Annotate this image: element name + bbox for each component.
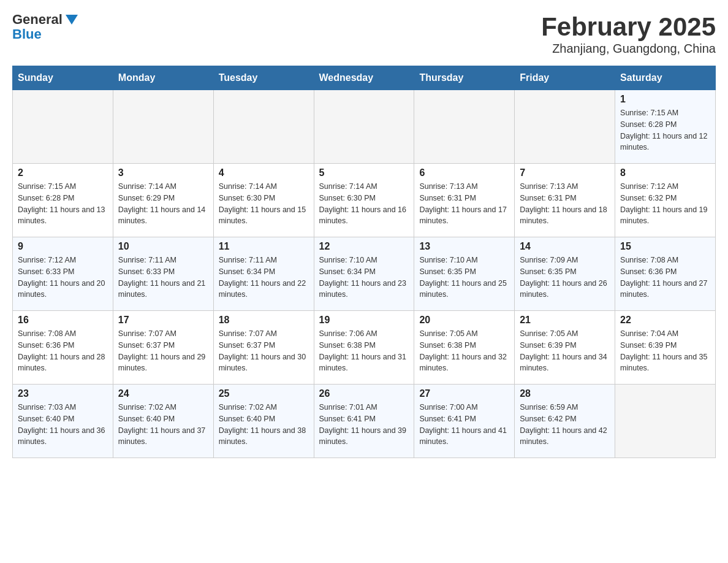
- calendar-week-4: 16Sunrise: 7:08 AM Sunset: 6:36 PM Dayli…: [13, 311, 716, 385]
- day-info: Sunrise: 7:10 AM Sunset: 6:34 PM Dayligh…: [319, 255, 409, 301]
- day-info: Sunrise: 7:14 AM Sunset: 6:29 PM Dayligh…: [118, 181, 208, 227]
- logo-blue-text: Blue: [12, 26, 42, 42]
- calendar-week-1: 1Sunrise: 7:15 AM Sunset: 6:28 PM Daylig…: [13, 90, 716, 164]
- day-info: Sunrise: 7:15 AM Sunset: 6:28 PM Dayligh…: [620, 107, 710, 153]
- day-number: 12: [319, 241, 409, 252]
- day-number: 18: [219, 315, 309, 326]
- calendar-cell-w2-d5: 7Sunrise: 7:13 AM Sunset: 6:31 PM Daylig…: [515, 164, 615, 237]
- header-tuesday: Tuesday: [213, 66, 314, 90]
- day-info: Sunrise: 7:03 AM Sunset: 6:40 PM Dayligh…: [18, 402, 108, 448]
- day-number: 13: [419, 241, 509, 252]
- day-number: 27: [419, 388, 509, 399]
- header-thursday: Thursday: [414, 66, 515, 90]
- day-number: 7: [520, 167, 610, 178]
- calendar-cell-w2-d4: 6Sunrise: 7:13 AM Sunset: 6:31 PM Daylig…: [414, 164, 515, 237]
- day-info: Sunrise: 7:14 AM Sunset: 6:30 PM Dayligh…: [319, 181, 409, 227]
- calendar-cell-w2-d1: 3Sunrise: 7:14 AM Sunset: 6:29 PM Daylig…: [113, 164, 213, 237]
- day-number: 26: [319, 388, 409, 399]
- day-number: 10: [118, 241, 208, 252]
- day-info: Sunrise: 7:12 AM Sunset: 6:33 PM Dayligh…: [18, 255, 108, 301]
- day-number: 20: [419, 315, 509, 326]
- calendar-header: Sunday Monday Tuesday Wednesday Thursday…: [13, 66, 716, 90]
- calendar-cell-w3-d6: 15Sunrise: 7:08 AM Sunset: 6:36 PM Dayli…: [615, 237, 716, 311]
- day-info: Sunrise: 7:14 AM Sunset: 6:30 PM Dayligh…: [219, 181, 309, 227]
- calendar-cell-w5-d6: [615, 385, 716, 458]
- weekday-header-row: Sunday Monday Tuesday Wednesday Thursday…: [13, 66, 716, 90]
- day-info: Sunrise: 7:11 AM Sunset: 6:34 PM Dayligh…: [219, 255, 309, 301]
- calendar-cell-w4-d3: 19Sunrise: 7:06 AM Sunset: 6:38 PM Dayli…: [314, 311, 414, 385]
- day-info: Sunrise: 7:05 AM Sunset: 6:38 PM Dayligh…: [419, 328, 509, 374]
- logo-general-text: General: [12, 12, 63, 27]
- calendar-cell-w3-d4: 13Sunrise: 7:10 AM Sunset: 6:35 PM Dayli…: [414, 237, 515, 311]
- calendar-week-5: 23Sunrise: 7:03 AM Sunset: 6:40 PM Dayli…: [13, 385, 716, 458]
- logo[interactable]: General Blue: [12, 12, 78, 42]
- calendar-cell-w1-d4: [414, 90, 515, 164]
- calendar-cell-w1-d3: [314, 90, 414, 164]
- calendar-week-3: 9Sunrise: 7:12 AM Sunset: 6:33 PM Daylig…: [13, 237, 716, 311]
- day-number: 17: [118, 315, 208, 326]
- calendar-cell-w5-d2: 25Sunrise: 7:02 AM Sunset: 6:40 PM Dayli…: [213, 385, 314, 458]
- day-info: Sunrise: 7:02 AM Sunset: 6:40 PM Dayligh…: [219, 402, 309, 448]
- calendar-cell-w5-d1: 24Sunrise: 7:02 AM Sunset: 6:40 PM Dayli…: [113, 385, 213, 458]
- calendar-cell-w1-d5: [515, 90, 615, 164]
- day-number: 19: [319, 315, 409, 326]
- calendar-cell-w2-d2: 4Sunrise: 7:14 AM Sunset: 6:30 PM Daylig…: [213, 164, 314, 237]
- calendar-cell-w1-d6: 1Sunrise: 7:15 AM Sunset: 6:28 PM Daylig…: [615, 90, 716, 164]
- day-number: 21: [520, 315, 610, 326]
- header-monday: Monday: [113, 66, 213, 90]
- day-number: 9: [18, 241, 108, 252]
- header-wednesday: Wednesday: [314, 66, 414, 90]
- day-number: 5: [319, 167, 409, 178]
- day-number: 28: [520, 388, 610, 399]
- day-number: 16: [18, 315, 108, 326]
- calendar-cell-w4-d2: 18Sunrise: 7:07 AM Sunset: 6:37 PM Dayli…: [213, 311, 314, 385]
- day-info: Sunrise: 7:05 AM Sunset: 6:39 PM Dayligh…: [520, 328, 610, 374]
- day-info: Sunrise: 7:01 AM Sunset: 6:41 PM Dayligh…: [319, 402, 409, 448]
- calendar-cell-w1-d2: [213, 90, 314, 164]
- day-number: 11: [219, 241, 309, 252]
- calendar-week-2: 2Sunrise: 7:15 AM Sunset: 6:28 PM Daylig…: [13, 164, 716, 237]
- day-number: 1: [620, 94, 710, 105]
- day-info: Sunrise: 7:08 AM Sunset: 6:36 PM Dayligh…: [620, 255, 710, 301]
- logo-triangle-icon: [66, 15, 78, 25]
- calendar-body: 1Sunrise: 7:15 AM Sunset: 6:28 PM Daylig…: [13, 90, 716, 458]
- calendar-table: Sunday Monday Tuesday Wednesday Thursday…: [12, 66, 716, 458]
- day-info: Sunrise: 7:00 AM Sunset: 6:41 PM Dayligh…: [419, 402, 509, 448]
- day-info: Sunrise: 7:07 AM Sunset: 6:37 PM Dayligh…: [219, 328, 309, 374]
- day-info: Sunrise: 7:13 AM Sunset: 6:31 PM Dayligh…: [419, 181, 509, 227]
- day-info: Sunrise: 7:12 AM Sunset: 6:32 PM Dayligh…: [620, 181, 710, 227]
- header-sunday: Sunday: [13, 66, 113, 90]
- calendar-cell-w5-d5: 28Sunrise: 6:59 AM Sunset: 6:42 PM Dayli…: [515, 385, 615, 458]
- title-block: February 2025 Zhanjiang, Guangdong, Chin…: [541, 12, 716, 56]
- day-number: 4: [219, 167, 309, 178]
- day-info: Sunrise: 7:07 AM Sunset: 6:37 PM Dayligh…: [118, 328, 208, 374]
- day-number: 2: [18, 167, 108, 178]
- day-info: Sunrise: 7:06 AM Sunset: 6:38 PM Dayligh…: [319, 328, 409, 374]
- calendar-cell-w2-d3: 5Sunrise: 7:14 AM Sunset: 6:30 PM Daylig…: [314, 164, 414, 237]
- day-number: 24: [118, 388, 208, 399]
- day-number: 22: [620, 315, 710, 326]
- calendar-cell-w4-d0: 16Sunrise: 7:08 AM Sunset: 6:36 PM Dayli…: [13, 311, 113, 385]
- header-saturday: Saturday: [615, 66, 716, 90]
- calendar-cell-w3-d1: 10Sunrise: 7:11 AM Sunset: 6:33 PM Dayli…: [113, 237, 213, 311]
- calendar-cell-w3-d2: 11Sunrise: 7:11 AM Sunset: 6:34 PM Dayli…: [213, 237, 314, 311]
- day-info: Sunrise: 7:13 AM Sunset: 6:31 PM Dayligh…: [520, 181, 610, 227]
- location-title: Zhanjiang, Guangdong, China: [541, 42, 716, 56]
- calendar-cell-w4-d6: 22Sunrise: 7:04 AM Sunset: 6:39 PM Dayli…: [615, 311, 716, 385]
- calendar-cell-w4-d4: 20Sunrise: 7:05 AM Sunset: 6:38 PM Dayli…: [414, 311, 515, 385]
- calendar-cell-w4-d1: 17Sunrise: 7:07 AM Sunset: 6:37 PM Dayli…: [113, 311, 213, 385]
- day-info: Sunrise: 7:04 AM Sunset: 6:39 PM Dayligh…: [620, 328, 710, 374]
- day-number: 8: [620, 167, 710, 178]
- calendar-cell-w5-d4: 27Sunrise: 7:00 AM Sunset: 6:41 PM Dayli…: [414, 385, 515, 458]
- calendar-cell-w5-d3: 26Sunrise: 7:01 AM Sunset: 6:41 PM Dayli…: [314, 385, 414, 458]
- day-info: Sunrise: 6:59 AM Sunset: 6:42 PM Dayligh…: [520, 402, 610, 448]
- calendar-cell-w2-d0: 2Sunrise: 7:15 AM Sunset: 6:28 PM Daylig…: [13, 164, 113, 237]
- day-number: 25: [219, 388, 309, 399]
- day-number: 23: [18, 388, 108, 399]
- page-header: General Blue February 2025 Zhanjiang, Gu…: [12, 12, 716, 56]
- day-number: 15: [620, 241, 710, 252]
- day-number: 14: [520, 241, 610, 252]
- calendar-cell-w4-d5: 21Sunrise: 7:05 AM Sunset: 6:39 PM Dayli…: [515, 311, 615, 385]
- calendar-cell-w3-d3: 12Sunrise: 7:10 AM Sunset: 6:34 PM Dayli…: [314, 237, 414, 311]
- calendar-cell-w2-d6: 8Sunrise: 7:12 AM Sunset: 6:32 PM Daylig…: [615, 164, 716, 237]
